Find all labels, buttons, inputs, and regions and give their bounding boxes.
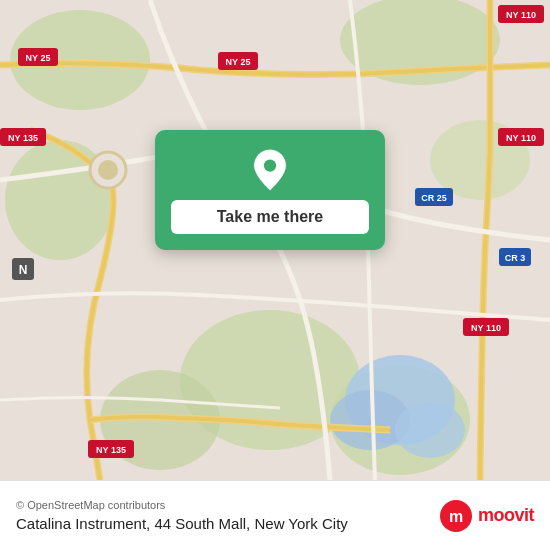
bottom-info: © OpenStreetMap contributors Catalina In… [16,499,348,532]
svg-text:m: m [449,508,463,525]
svg-text:NY 110: NY 110 [506,10,536,20]
svg-text:NY 25: NY 25 [26,53,51,63]
moovit-brand-text: moovit [478,505,534,526]
location-pin-icon [248,148,292,192]
svg-text:NY 25: NY 25 [226,57,251,67]
svg-text:N: N [19,263,28,277]
svg-point-33 [264,159,276,171]
location-name: Catalina Instrument, 44 South Mall, New … [16,515,348,532]
bottom-bar: © OpenStreetMap contributors Catalina In… [0,480,550,550]
svg-text:CR 25: CR 25 [421,193,447,203]
attribution-text: © OpenStreetMap contributors [16,499,348,511]
moovit-logo: m moovit [440,500,534,532]
svg-point-12 [98,160,118,180]
svg-text:NY 110: NY 110 [506,133,536,143]
moovit-icon: m [440,500,472,532]
svg-point-10 [395,402,465,458]
map-container: NY 25 NY 25 NY 110 NY 110 NY 110 NY 135 … [0,0,550,480]
svg-text:NY 135: NY 135 [8,133,38,143]
popup-card: Take me there [155,130,385,250]
svg-text:CR 3: CR 3 [505,253,526,263]
take-me-there-button[interactable]: Take me there [171,200,369,234]
svg-text:NY 135: NY 135 [96,445,126,455]
svg-text:NY 110: NY 110 [471,323,501,333]
